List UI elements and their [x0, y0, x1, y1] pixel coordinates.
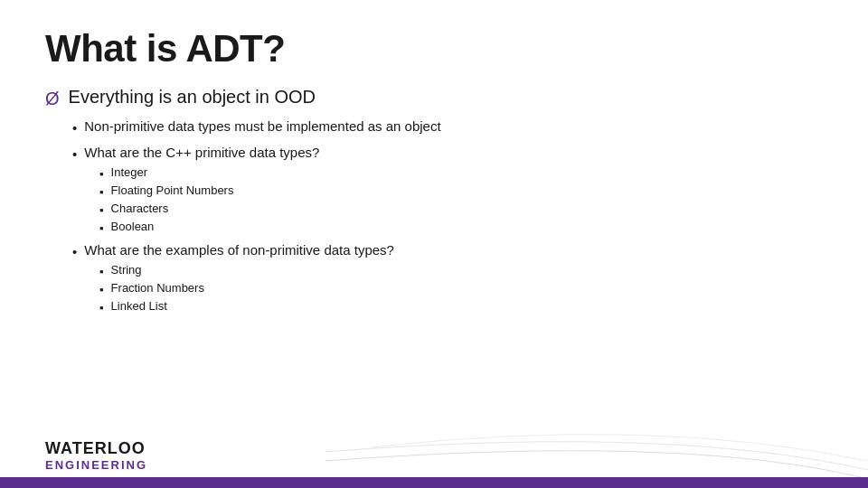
nested-text-1-2: Floating Point Numbers	[111, 183, 234, 197]
nested-bullet-2-3: ▪ Linked List	[99, 299, 823, 314]
main-bullet-text: Everything is an object in OOD	[69, 87, 316, 108]
nested-bullet-2-1: ▪ String	[99, 263, 823, 278]
slide-title: What is ADT?	[45, 27, 823, 70]
sub-text-1: Non-primitive data types must be impleme…	[84, 118, 440, 134]
sub-bullet-2-container: • What are the C++ primitive data types?…	[72, 145, 823, 235]
nested-text-1-1: Integer	[111, 165, 147, 179]
sub-section: • Non-primitive data types must be imple…	[72, 118, 823, 314]
nested-dot-1-2: ▪	[99, 185, 104, 199]
slide: What is ADT? Ø Everything is an object i…	[0, 0, 868, 488]
curve-svg	[326, 407, 868, 488]
nested-text-2-3: Linked List	[111, 299, 167, 313]
sub-dot-1: •	[72, 120, 77, 136]
sub-text-2: What are the C++ primitive data types?	[84, 145, 319, 160]
nested-dot-1-4: ▪	[99, 221, 104, 235]
sub-bullet-3: • What are the examples of non-primitive…	[72, 242, 823, 259]
nested-bullet-2-2: ▪ Fraction Numbers	[99, 281, 823, 296]
nested-text-2-1: String	[111, 263, 142, 277]
sub-dot-3: •	[72, 244, 77, 259]
nested-bullet-1-1: ▪ Integer	[99, 165, 823, 181]
sub-bullet-3-container: • What are the examples of non-primitive…	[72, 242, 823, 314]
bottom-decoration: WATERLOO ENGINEERING	[0, 407, 868, 488]
nested-dot-1-1: ▪	[99, 167, 104, 181]
arrow-icon: Ø	[45, 89, 60, 109]
nested-text-1-3: Characters	[111, 202, 169, 215]
sub-bullet-1: • Non-primitive data types must be imple…	[72, 118, 823, 136]
nested-text-1-4: Boolean	[111, 220, 155, 233]
logo-area: WATERLOO ENGINEERING	[45, 440, 147, 472]
sub-text-3: What are the examples of non-primitive d…	[84, 242, 394, 258]
nested-bullet-1-3: ▪ Characters	[99, 202, 823, 217]
nested-text-2-2: Fraction Numbers	[111, 281, 204, 295]
nested-bullet-1-4: ▪ Boolean	[99, 220, 823, 235]
logo-waterloo: WATERLOO	[45, 440, 147, 458]
nested-dot-2-1: ▪	[99, 265, 104, 278]
sub-bullet-2: • What are the C++ primitive data types?	[72, 145, 823, 162]
purple-bar	[0, 477, 868, 488]
logo-engineering: ENGINEERING	[45, 458, 147, 472]
sub-dot-2: •	[72, 146, 77, 162]
nested-bullet-1-2: ▪ Floating Point Numbers	[99, 183, 823, 199]
nested-dot-2-2: ▪	[99, 283, 104, 296]
nested-dot-1-3: ▪	[99, 203, 104, 217]
nested-section-2: ▪ String ▪ Fraction Numbers ▪ Linked Lis…	[99, 263, 823, 314]
nested-dot-2-3: ▪	[99, 301, 104, 314]
main-bullet: Ø Everything is an object in OOD	[45, 87, 823, 109]
nested-section-1: ▪ Integer ▪ Floating Point Numbers ▪ Cha…	[99, 165, 823, 235]
